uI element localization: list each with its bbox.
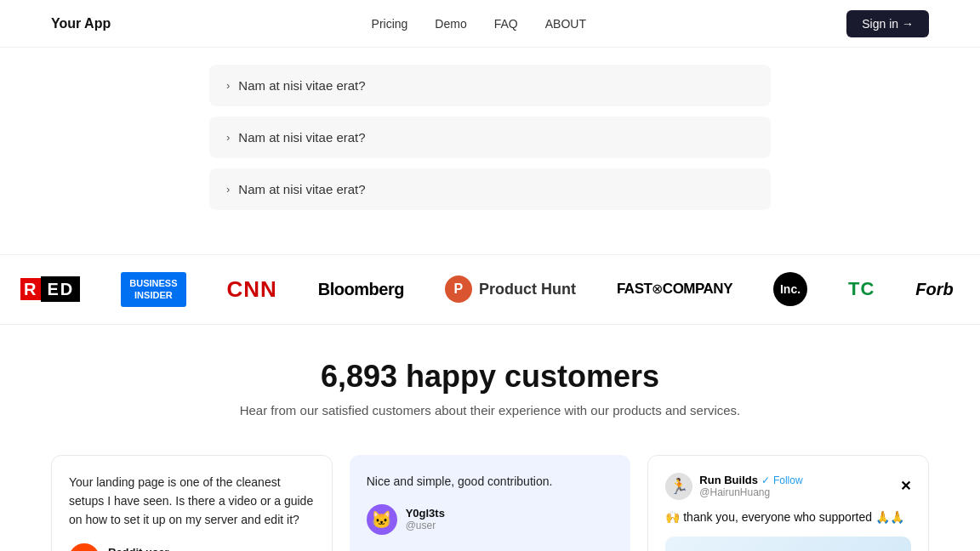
twitter-user: 🏃 Run Builds ✓ Follow @HairunHuang	[665, 473, 802, 500]
tweet-text: 🙌 thank you, everyone who supported 🙏🙏	[665, 508, 911, 526]
customers-count: 6,893 happy customers	[51, 359, 929, 395]
faq-item[interactable]: › Nam at nisi vitae erat?	[209, 168, 771, 210]
faq-question: Nam at nisi vitae erat?	[238, 182, 365, 196]
twitter-handle: @HairunHuang	[699, 486, 802, 498]
product-hunt-text: Product Hunt	[479, 281, 576, 298]
logo-forbes: Forb	[915, 280, 953, 299]
nav-about[interactable]: ABOUT	[545, 17, 586, 31]
nav-demo[interactable]: Demo	[435, 17, 466, 31]
twitter-header: 🏃 Run Builds ✓ Follow @HairunHuang ✕	[665, 473, 911, 500]
nav-faq[interactable]: FAQ	[494, 17, 518, 31]
faq-question: Nam at nisi vitae erat?	[238, 78, 365, 93]
twitter-brand-name: Run Builds	[699, 474, 758, 486]
user-name: Y0gl3ts	[406, 507, 445, 520]
verified-icon: ✓	[761, 474, 770, 486]
logo-cnn: CNN	[227, 276, 277, 303]
page-content: › Nam at nisi vitae erat? › Nam at nisi …	[0, 0, 980, 551]
logo-business-insider: BUSINESSINSIDER	[121, 272, 185, 307]
faq-item[interactable]: › Nam at nisi vitae erat?	[209, 65, 771, 106]
logo-red: RED	[20, 278, 80, 300]
forbes-text: Forb	[915, 280, 953, 299]
faq-section: › Nam at nisi vitae erat? › Nam at nisi …	[192, 48, 788, 254]
product-hunt-p: P	[454, 281, 464, 297]
nav-logo[interactable]: Your App	[51, 16, 111, 31]
logo-bloomberg: Bloomberg	[318, 280, 404, 299]
chevron-icon: ›	[226, 79, 230, 92]
customers-subtitle: Hear from our satisfied customers about …	[51, 403, 929, 418]
close-icon[interactable]: ✕	[900, 478, 911, 494]
techcrunch-text: TC	[848, 278, 875, 300]
inc-circle: Inc.	[773, 272, 807, 306]
cnn-text: CNN	[227, 276, 277, 303]
nav-links: Pricing Demo FAQ ABOUT	[372, 17, 586, 31]
user-name: Reddit user	[108, 546, 169, 551]
testimonial-reddit: Your landing page is one of the cleanest…	[51, 455, 333, 551]
nav-pricing[interactable]: Pricing	[372, 17, 408, 31]
chevron-icon: ›	[226, 183, 230, 196]
logo-techcrunch: TC	[848, 278, 875, 300]
logo-product-hunt: P Product Hunt	[445, 276, 576, 303]
business-insider-text: BUSINESSINSIDER	[121, 272, 185, 307]
avatar	[69, 543, 100, 551]
bloomberg-text: Bloomberg	[318, 280, 404, 299]
logos-section: RED BUSINESSINSIDER CNN Bloomberg P Prod…	[0, 254, 980, 325]
logos-track: RED BUSINESSINSIDER CNN Bloomberg P Prod…	[0, 272, 974, 307]
faq-item[interactable]: › Nam at nisi vitae erat?	[209, 116, 771, 158]
navbar: Your App Pricing Demo FAQ ABOUT Sign in …	[0, 0, 980, 48]
twitter-avatar: 🏃	[665, 473, 692, 500]
preview-placeholder	[665, 537, 911, 551]
faq-question: Nam at nisi vitae erat?	[238, 130, 365, 145]
chevron-icon: ›	[226, 131, 230, 144]
product-hunt-circle: P	[445, 276, 472, 303]
logo-inc: Inc.	[773, 272, 807, 306]
twitter-name-row: Run Builds ✓ Follow	[699, 474, 802, 486]
testimonial-twitter: 🏃 Run Builds ✓ Follow @HairunHuang ✕ 🙌 t…	[647, 455, 929, 551]
customers-section: 6,893 happy customers Hear from our sati…	[0, 325, 980, 435]
user-handle: @user	[406, 520, 445, 531]
testimonial-nice-simple: Nice and simple, good contribution. 🐱 Y0…	[350, 455, 631, 551]
signin-button[interactable]: Sign in →	[846, 10, 929, 37]
testimonial-user: Reddit user @user	[69, 543, 315, 551]
avatar: 🐱	[367, 504, 397, 535]
twitter-follow[interactable]: Follow	[773, 474, 803, 486]
testimonial-user: 🐱 Y0gl3ts @user	[367, 504, 614, 535]
tweet-image-preview	[665, 537, 911, 551]
testimonials-grid: Your landing page is one of the cleanest…	[0, 435, 980, 551]
fast-company-text: FAST⊗COMPANY	[617, 281, 732, 298]
testimonial-text: Your landing page is one of the cleanest…	[69, 473, 315, 530]
testimonial-text: Nice and simple, good contribution.	[367, 472, 614, 491]
logo-fast-company: FAST⊗COMPANY	[617, 281, 732, 298]
inc-text: Inc.	[780, 282, 801, 296]
